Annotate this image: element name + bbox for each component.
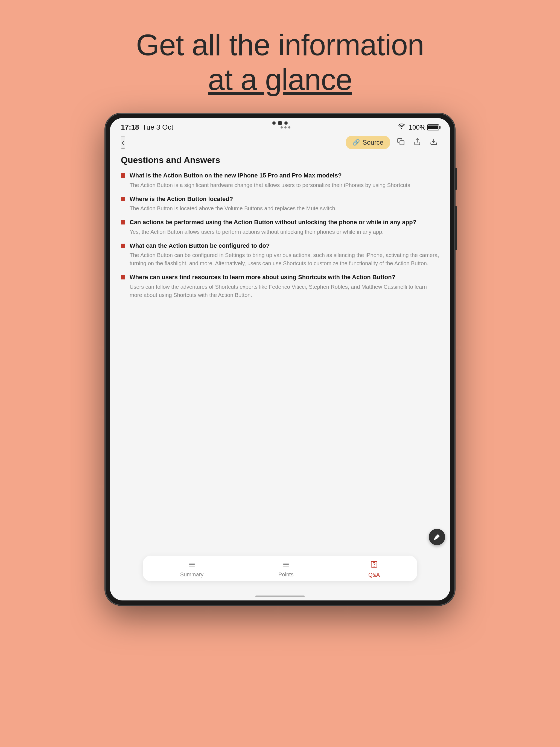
- qa-content: What is the Action Button on the new iPh…: [130, 172, 439, 189]
- qa-bullet: [121, 197, 125, 201]
- source-button[interactable]: 🔗 Source: [346, 136, 390, 149]
- floating-action-button[interactable]: [429, 529, 445, 545]
- svg-rect-0: [400, 140, 404, 145]
- home-bar: [255, 595, 305, 597]
- status-time: 17:18: [121, 123, 139, 131]
- camera-dot: [272, 121, 276, 125]
- qa-content: Where can users find resources to learn …: [130, 274, 439, 299]
- camera-area: [272, 121, 288, 125]
- tab-qa[interactable]: Q&A: [357, 561, 391, 578]
- qa-answer: The Action Button is a significant hardw…: [130, 181, 439, 189]
- qa-question: What can the Action Button be configured…: [130, 242, 439, 250]
- qa-answer: Yes, the Action Button allows users to p…: [130, 228, 439, 236]
- toolbar-actions: 🔗 Source: [346, 136, 439, 149]
- qa-bullet: [121, 243, 125, 248]
- headline-line1: Get all the information: [136, 27, 424, 62]
- qa-answer: Users can follow the adventures of Short…: [130, 283, 439, 299]
- status-bar: 17:18 Tue 3 Oct 100%: [110, 118, 450, 134]
- camera-dot2: [284, 121, 288, 125]
- share-button[interactable]: [412, 136, 423, 149]
- qa-answer: The Action Button is located above the V…: [130, 204, 439, 212]
- battery-container: 100%: [409, 124, 439, 131]
- page-header: Get all the information at a glance: [136, 27, 424, 97]
- status-dot1: [281, 126, 283, 129]
- copy-button[interactable]: [396, 136, 406, 149]
- toolbar: ‹ 🔗 Source: [110, 134, 450, 152]
- qa-answer: The Action Button can be configured in S…: [130, 251, 439, 267]
- link-icon: 🔗: [353, 139, 360, 146]
- qa-question: What is the Action Button on the new iPh…: [130, 172, 439, 180]
- tab-points-label: Points: [278, 571, 294, 578]
- status-dot2: [284, 126, 286, 129]
- qa-question: Where is the Action Button located?: [130, 195, 439, 203]
- ipad-device: 17:18 Tue 3 Oct 100%: [105, 113, 455, 606]
- headline-line2: at a glance: [136, 62, 424, 97]
- tab-qa-label: Q&A: [368, 572, 380, 578]
- qa-bullet: [121, 275, 125, 279]
- tab-points[interactable]: Points: [268, 561, 305, 578]
- qa-item: What can the Action Button be configured…: [121, 242, 439, 268]
- tab-bar: Summary Points: [143, 556, 417, 581]
- qa-bullet: [121, 173, 125, 178]
- ipad-screen: 17:18 Tue 3 Oct 100%: [110, 118, 450, 600]
- tab-summary[interactable]: Summary: [169, 561, 215, 578]
- battery-percent: 100%: [409, 124, 426, 131]
- content-area: Questions and Answers What is the Action…: [110, 152, 450, 556]
- qa-content: Can actions be performed using the Actio…: [130, 218, 439, 236]
- home-indicator: [110, 592, 450, 600]
- status-center: [281, 126, 290, 129]
- status-right: 100%: [398, 124, 439, 131]
- back-button[interactable]: ‹: [121, 136, 125, 149]
- qa-icon: [370, 561, 378, 570]
- tab-summary-label: Summary: [180, 571, 204, 578]
- qa-question: Can actions be performed using the Actio…: [130, 218, 439, 226]
- qa-list: What is the Action Button on the new iPh…: [121, 172, 439, 299]
- points-icon: [282, 561, 290, 570]
- status-dot3: [288, 126, 290, 129]
- content-title: Questions and Answers: [121, 155, 439, 165]
- qa-item: Where is the Action Button located? The …: [121, 195, 439, 213]
- status-date: Tue 3 Oct: [143, 123, 173, 131]
- qa-content: Where is the Action Button located? The …: [130, 195, 439, 213]
- download-button[interactable]: [428, 136, 439, 149]
- camera-lens: [278, 121, 282, 125]
- qa-item: Can actions be performed using the Actio…: [121, 218, 439, 236]
- qa-item: What is the Action Button on the new iPh…: [121, 172, 439, 189]
- summary-icon: [188, 561, 196, 570]
- battery-fill: [428, 126, 438, 129]
- qa-question: Where can users find resources to learn …: [130, 274, 439, 281]
- source-label: Source: [362, 138, 383, 146]
- qa-bullet: [121, 220, 125, 225]
- battery-icon: [427, 124, 439, 130]
- qa-content: What can the Action Button be configured…: [130, 242, 439, 268]
- wifi-icon: [398, 124, 406, 131]
- qa-item: Where can users find resources to learn …: [121, 274, 439, 299]
